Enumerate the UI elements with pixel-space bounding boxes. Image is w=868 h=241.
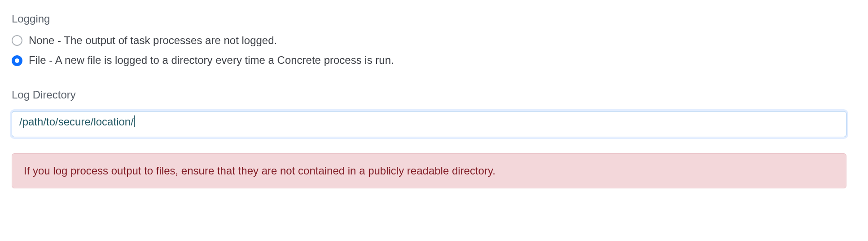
log-directory-label: Log Directory — [12, 89, 846, 101]
log-directory-input-wrap: /path/to/secure/location/ — [12, 107, 846, 137]
logging-option-file-label: File - A new file is logged to a directo… — [29, 53, 394, 67]
radio-icon — [12, 35, 22, 46]
warning-alert-message: If you log process output to files, ensu… — [24, 165, 495, 177]
logging-option-file[interactable]: File - A new file is logged to a directo… — [12, 50, 846, 70]
logging-heading: Logging — [12, 13, 846, 25]
warning-alert: If you log process output to files, ensu… — [12, 153, 846, 188]
radio-icon — [12, 55, 22, 66]
logging-option-none[interactable]: None - The output of task processes are … — [12, 31, 846, 50]
log-directory-input[interactable] — [12, 111, 846, 137]
logging-radio-group: None - The output of task processes are … — [12, 31, 846, 71]
logging-option-none-label: None - The output of task processes are … — [29, 33, 277, 48]
log-directory-field: Log Directory /path/to/secure/location/ — [12, 89, 846, 137]
logging-settings: Logging None - The output of task proces… — [12, 13, 846, 188]
